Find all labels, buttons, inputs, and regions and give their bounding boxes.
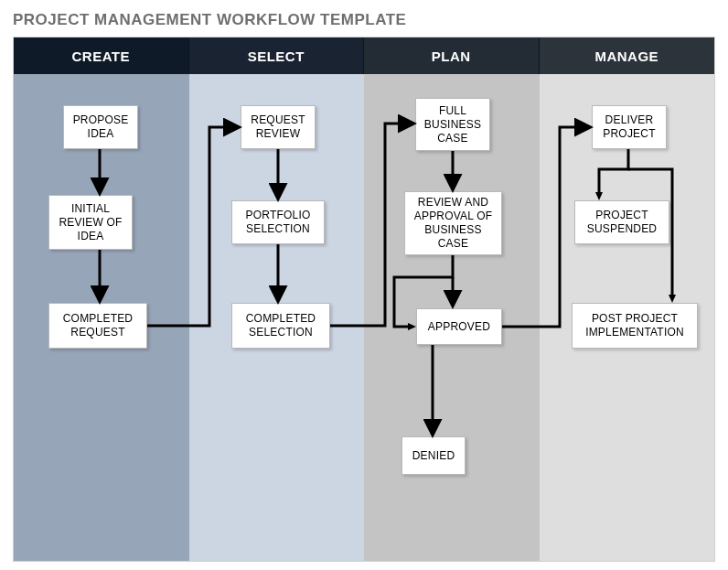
node-propose-idea: PROPOSE IDEA — [63, 105, 138, 149]
node-portfolio-selection: PORTFOLIO SELECTION — [231, 200, 325, 244]
node-request-review: REQUEST REVIEW — [241, 105, 316, 149]
node-approved: APPROVED — [416, 308, 502, 345]
node-post-project-impl: POST PROJECT IMPLEMENTATION — [572, 303, 698, 349]
column-header-select: SELECT — [189, 38, 365, 74]
workflow-board: CREATE SELECT PLAN MANAGE PROPOSE IDEA I… — [13, 37, 715, 562]
node-initial-review: INITIAL REVIEW OF IDEA — [48, 195, 133, 250]
node-project-suspended: PROJECT SUSPENDED — [574, 200, 669, 244]
column-header-plan: PLAN — [364, 38, 540, 74]
node-completed-selection: COMPLETED SELECTION — [231, 303, 330, 349]
column-header-create: CREATE — [14, 38, 189, 74]
column-header-manage: MANAGE — [540, 38, 715, 74]
node-review-approval: REVIEW AND APPROVAL OF BUSINESS CASE — [404, 191, 502, 255]
node-full-business-case: FULL BUSINESS CASE — [415, 98, 490, 151]
node-denied: DENIED — [401, 436, 466, 475]
node-completed-request: COMPLETED REQUEST — [48, 303, 147, 349]
node-deliver-project: DELIVER PROJECT — [592, 105, 667, 149]
page-title: PROJECT MANAGEMENT WORKFLOW TEMPLATE — [13, 11, 715, 29]
